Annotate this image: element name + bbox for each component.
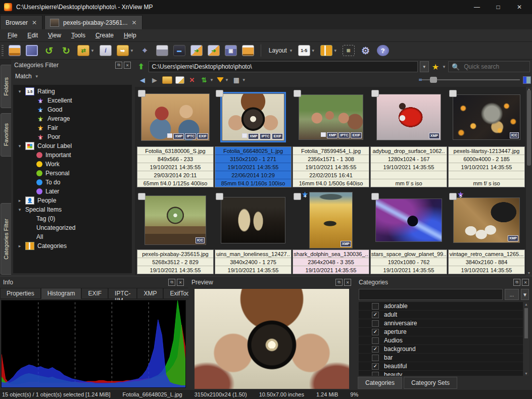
category-row-beautiful[interactable]: ✓beautiful — [359, 362, 523, 371]
slider-knob[interactable] — [430, 77, 437, 83]
category-checkbox[interactable] — [372, 337, 379, 344]
tree-item-tag0[interactable]: Tag (0) — [13, 214, 132, 223]
scroll-down-icon[interactable]: ▼ — [527, 271, 531, 275]
photo-thumbnail[interactable]: ICC — [144, 195, 206, 245]
print-button[interactable] — [155, 44, 170, 57]
side-tab-folders[interactable]: Folders — [1, 65, 12, 108]
album-dropdown-icon[interactable]: ▼ — [333, 48, 337, 53]
cat-scroll-down-icon[interactable]: ▼ — [524, 372, 528, 375]
tab-category-sets[interactable]: Category Sets — [404, 377, 457, 389]
folder-up-button[interactable]: ⬆ — [136, 62, 147, 71]
category-checkbox[interactable] — [372, 372, 379, 376]
cat-scroll-up-icon[interactable]: ▲ — [524, 303, 528, 306]
info-tab-iptc-iim[interactable]: IPTC-IIM — [108, 288, 137, 299]
photo-thumbnail[interactable] — [221, 197, 285, 243]
grid-scrollbar[interactable]: ▲ ▼ — [526, 87, 532, 275]
rotate-left-button[interactable]: ↺ — [41, 44, 57, 57]
photo-thumbnail[interactable]: XMP — [309, 192, 353, 248]
layout-dropdown-icon[interactable]: ▼ — [289, 48, 293, 53]
tree-item-all[interactable]: All — [13, 232, 132, 241]
info-float-icon[interactable]: ⧉ — [168, 279, 175, 286]
quick-search-box[interactable]: 🔍 — [448, 61, 530, 72]
file-cell[interactable]: ICCpexels-pixabay-235615.jpg5268x3512 - … — [137, 192, 214, 274]
pages-button[interactable]: 1-5▼ — [297, 44, 317, 57]
file-cell[interactable]: XMPIPTCEXIFFotolia_63180006_S.jpg849x566… — [137, 89, 214, 187]
category-checkbox[interactable] — [372, 355, 379, 361]
tab-image-close-icon[interactable]: ✕ — [132, 19, 137, 26]
file-checkbox[interactable] — [138, 90, 146, 97]
file-checkbox[interactable] — [216, 193, 223, 200]
favorites-dropdown-icon[interactable]: ▼ — [442, 65, 446, 69]
new-folder-button[interactable] — [162, 76, 172, 84]
thumbnail-area[interactable]: XMPIPTCEXIF — [137, 89, 214, 145]
convert-button[interactable]: ⇄▼ — [76, 44, 96, 57]
open-with-button[interactable]: ➥▼ — [115, 44, 135, 57]
tree-item-work[interactable]: Work — [13, 160, 132, 169]
file-checkbox[interactable] — [371, 90, 379, 97]
tab-browser-close-icon[interactable]: ✕ — [32, 19, 37, 26]
menu-file[interactable]: File — [3, 31, 22, 40]
category-filter-input[interactable] — [359, 289, 503, 300]
file-checkbox[interactable] — [449, 193, 457, 200]
scan-button[interactable]: ▬ — [172, 44, 187, 57]
file-cell[interactable]: XMPIPTCEXIFFotolia_66648025_L.jpg3150x21… — [215, 89, 292, 187]
file-cell[interactable]: XMPadybug_drop_surface_1062..1280x1024 -… — [370, 89, 447, 187]
thumbnail-area[interactable]: XMP — [370, 89, 447, 145]
tree-item-todo[interactable]: To do — [13, 178, 132, 187]
category-more-button[interactable]: ... — [505, 289, 519, 300]
filter-dropdown-icon[interactable]: ▼ — [225, 78, 229, 82]
layout-button[interactable]: Layout▼ — [266, 46, 295, 55]
tree-item-excellent[interactable]: ★5Excellent — [13, 96, 132, 105]
preview-image[interactable] — [195, 289, 349, 389]
help-button[interactable]: ? — [375, 44, 391, 57]
tab-categories[interactable]: Categories — [358, 377, 402, 389]
tree-item-rating[interactable]: ▾1-5Rating — [13, 87, 132, 96]
file-cell[interactable]: ICCpexels-lilartsy-1213447.jpg6000x4000 … — [448, 89, 525, 187]
menu-edit[interactable]: Edit — [23, 31, 42, 40]
thumbnail-size-slider[interactable] — [419, 77, 520, 83]
menu-view[interactable]: View — [43, 31, 66, 40]
category-row-aperture[interactable]: ✓aperture — [359, 328, 523, 336]
category-row-Audios[interactable]: Audios — [359, 336, 523, 345]
filter-button[interactable]: ▼ — [217, 77, 229, 82]
search-button[interactable]: ⌖ — [137, 44, 153, 57]
info-file-button[interactable]: i — [98, 44, 113, 57]
transfer-dropdown-icon[interactable]: ▼ — [210, 78, 214, 82]
category-dropdown-icon[interactable]: ▼ — [521, 289, 529, 300]
rotate-right-button[interactable]: ↻ — [59, 44, 74, 57]
file-cell[interactable]: ★4XMPshark_dolphin_sea_130036_..2364x204… — [293, 192, 369, 274]
category-checkbox[interactable]: ✓ — [372, 329, 379, 335]
info-close-icon[interactable]: ✕ — [177, 279, 184, 286]
info-tab-properties[interactable]: Properties — [0, 288, 41, 299]
category-row-anniversaire[interactable]: anniversaire — [359, 319, 523, 328]
expand-arrow-icon[interactable]: ▸ — [17, 243, 22, 248]
categories-float-icon[interactable]: ⧉ — [513, 279, 520, 286]
category-row-bar[interactable]: bar — [359, 354, 523, 362]
file-cell[interactable]: ★5XMPvintage_retro_camera_1265...3840x21… — [448, 192, 525, 274]
pane-toggle-icon[interactable] — [523, 76, 531, 84]
favorites-star-icon[interactable]: ★ — [431, 62, 440, 72]
thumbnail-area[interactable]: XMPIPTCEXIF — [215, 89, 292, 145]
file-checkbox[interactable] — [371, 193, 379, 200]
preview-float-icon[interactable]: ⧉ — [335, 279, 343, 286]
category-row-adult[interactable]: ✓adult — [359, 311, 523, 319]
tree-item-average[interactable]: ★3Average — [13, 114, 132, 123]
panel-float-icon[interactable]: ⧉ — [115, 62, 122, 69]
photo-thumbnail[interactable]: XMPIPTCEXIF — [299, 94, 363, 140]
fullscreen-button[interactable] — [24, 44, 39, 57]
settings-button[interactable]: ⚙ — [358, 44, 373, 57]
tab-browser[interactable]: Browser ✕ — [0, 15, 42, 29]
photo-thumbnail[interactable]: XMPIPTCEXIF — [222, 93, 284, 141]
open-with-dropdown-icon[interactable]: ▼ — [130, 48, 134, 53]
path-dropdown-icon[interactable]: ▼ — [420, 61, 429, 72]
edit-button[interactable] — [175, 76, 184, 84]
file-cell[interactable]: stars_space_glow_planet_99..1920x1080 - … — [370, 192, 447, 274]
tree-item-uncategorized[interactable]: Uncategorized — [13, 223, 132, 232]
tab-image[interactable]: pexels-pixabay-23561... ✕ — [44, 15, 142, 29]
tree-item-colour-label[interactable]: ▾Colour Label — [13, 141, 132, 151]
collapse-arrow-icon[interactable]: ▾ — [17, 207, 22, 212]
photo-thumbnail[interactable]: XMPIPTCEXIF — [141, 93, 210, 141]
file-checkbox[interactable] — [216, 90, 223, 97]
tree-item-important[interactable]: Important — [13, 151, 132, 160]
pages-dropdown-icon[interactable]: ▼ — [311, 48, 315, 53]
